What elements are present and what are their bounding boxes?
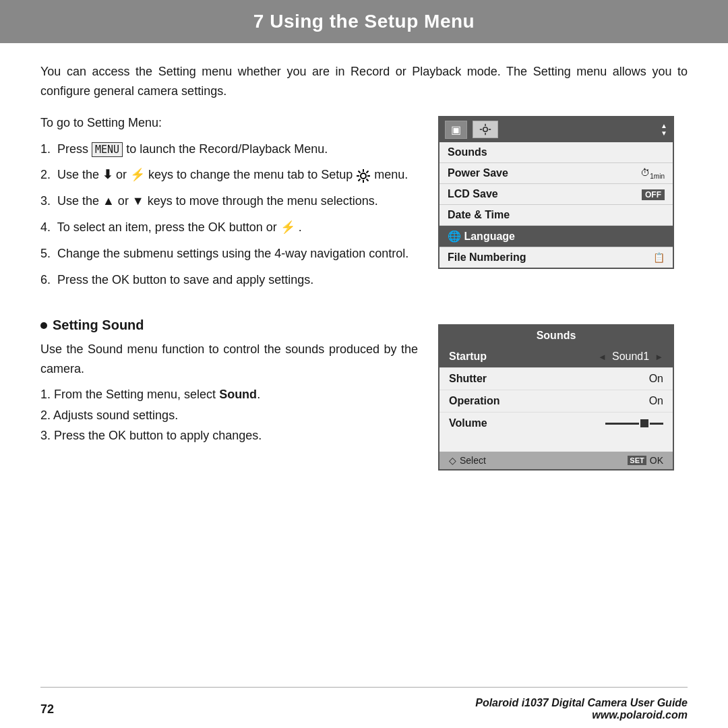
menu-item-power-save: Power Save ⏱1min — [439, 163, 673, 185]
sounds-row-operation: Operation On — [439, 390, 673, 413]
section-heading-sound: Setting Sound — [40, 317, 418, 333]
footer-brand-line2: www.polaroid.com — [475, 709, 688, 721]
menu-button-icon: MENU — [92, 142, 123, 157]
content: You can access the Setting menu whether … — [40, 62, 688, 687]
cam-panel-top: ▣ ▲ ▼ — [439, 117, 673, 142]
footer-ok: SET OK — [628, 455, 663, 466]
sounds-panel: Sounds Startup ◄ Sound1 ► Shutter — [438, 324, 674, 471]
svg-line-6 — [367, 179, 369, 181]
cam-tab-setup — [473, 121, 498, 138]
step-3: 3. Use the ▲ or ▼ keys to move through t… — [40, 191, 418, 211]
camera-menu-panel: ▣ ▲ ▼ — [438, 116, 674, 270]
setting-menu-section: To go to Setting Menu: 1. Press MENU to … — [40, 116, 688, 297]
startup-arrow-right: ► — [655, 352, 663, 362]
sounds-footer: ◇ Select SET OK — [439, 452, 673, 469]
step-6: 6. Press the OK button to save and apply… — [40, 270, 418, 290]
startup-arrow-left: ◄ — [598, 352, 607, 362]
sounds-row-shutter: Shutter On — [439, 368, 673, 390]
page-number: 72 — [40, 702, 54, 717]
footer-select: ◇ Select — [449, 455, 486, 466]
menu-item-lcd-save: LCD Save OFF — [439, 184, 673, 205]
setting-sound-section: Setting Sound Use the Sound menu functio… — [40, 317, 688, 471]
page-footer: 72 Polaroid i1037 Digital Camera User Gu… — [40, 687, 688, 728]
steps-list: 1. Press MENU to launch the Record/Playb… — [40, 140, 418, 290]
sounds-panel-header: Sounds — [439, 326, 673, 346]
sound-description: Setting Sound Use the Sound menu functio… — [40, 317, 418, 471]
setup-tab-icon — [479, 123, 492, 135]
section-heading-text: Setting Sound — [53, 317, 144, 333]
intro-text: You can access the Setting menu whether … — [40, 62, 688, 101]
svg-point-9 — [483, 127, 488, 132]
sounds-panel-column: Sounds Startup ◄ Sound1 ► Shutter — [438, 317, 688, 471]
sound-description-text: Use the Sound menu function to control t… — [40, 340, 418, 379]
volume-line-right — [650, 423, 663, 425]
sounds-row-startup: Startup ◄ Sound1 ► — [439, 346, 673, 368]
svg-point-0 — [361, 173, 366, 179]
menu-item-date-time: Date & Time — [439, 205, 673, 226]
menu-item-sounds: Sounds — [439, 142, 673, 163]
steps-column: To go to Setting Menu: 1. Press MENU to … — [40, 116, 418, 297]
chapter-header: 7 Using the Setup Menu — [0, 0, 728, 43]
svg-line-8 — [359, 179, 361, 181]
step-5: 5. Change the submenu settings using the… — [40, 244, 418, 264]
sound-step-3: 3. Press the OK button to apply changes. — [40, 425, 418, 446]
bullet-dot — [40, 322, 47, 329]
volume-indicator — [640, 419, 648, 427]
menu-item-file-numbering: File Numbering 📋 — [439, 247, 673, 268]
menu-item-language: 🌐 Language — [439, 226, 673, 247]
startup-value: Sound1 — [612, 351, 649, 363]
camera-panel-column: ▣ ▲ ▼ — [438, 116, 688, 297]
footer-brand-line1: Polaroid i1037 Digital Camera User Guide — [475, 697, 688, 709]
select-arrows-icon: ◇ — [449, 455, 456, 466]
ok-label: OK — [650, 455, 663, 466]
off-badge: OFF — [642, 189, 665, 200]
operation-value: On — [649, 395, 663, 407]
page: 7 Using the Setup Menu You can access th… — [0, 0, 728, 728]
sounds-spacer — [439, 434, 673, 448]
volume-line-left — [605, 423, 639, 425]
svg-line-7 — [367, 171, 369, 173]
step-4: 4. To select an item, press the OK butto… — [40, 218, 418, 237]
select-label: Select — [460, 455, 486, 466]
sound-step-2: 2. Adjusts sound settings. — [40, 405, 418, 426]
volume-bar — [605, 419, 663, 427]
set-badge: SET — [628, 456, 646, 465]
cam-tab-camera: ▣ — [445, 121, 467, 139]
cam-nav-arrows: ▲ ▼ — [661, 122, 667, 137]
sounds-row-volume: Volume — [439, 413, 673, 434]
chapter-title: 7 Using the Setup Menu — [0, 11, 728, 32]
step-1: 1. Press MENU to launch the Record/Playb… — [40, 140, 418, 159]
camera-tab-icon: ▣ — [451, 123, 461, 136]
shutter-value: On — [649, 373, 663, 385]
sound-steps-list: 1. From the Setting menu, select Sound. … — [40, 384, 418, 446]
step-2: 2. Use the ⬇ or ⚡ keys to change the men… — [40, 165, 418, 185]
setup-icon — [356, 169, 371, 183]
footer-brand: Polaroid i1037 Digital Camera User Guide… — [475, 697, 688, 721]
svg-line-5 — [359, 171, 361, 173]
sound-step-1: 1. From the Setting menu, select Sound. — [40, 384, 418, 405]
setting-menu-label: To go to Setting Menu: — [40, 116, 418, 130]
